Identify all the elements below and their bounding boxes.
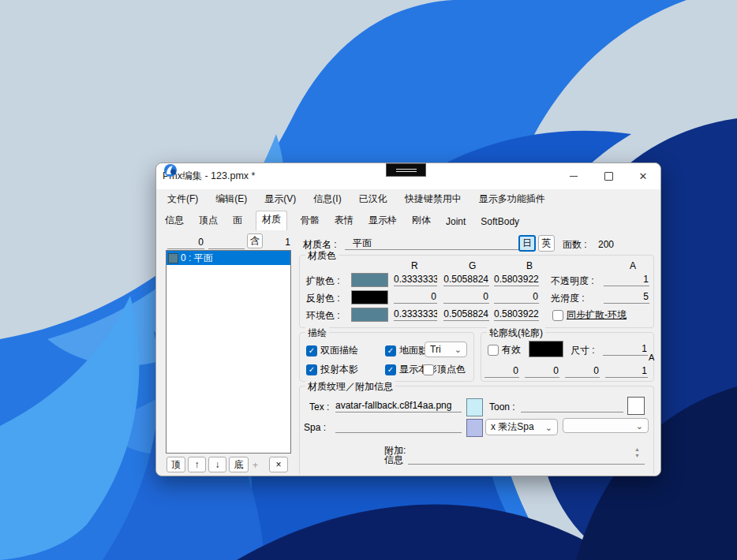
checkbox-unchecked-icon <box>552 310 563 321</box>
material-color-group: 材质色 R G B A 扩散色 : 0.3333333 0.5058824 0.… <box>299 255 654 328</box>
outline-size-field[interactable]: 1 <box>603 342 648 356</box>
spa-preview-swatch[interactable] <box>466 419 483 437</box>
material-name-label: 材质名 : <box>303 239 337 250</box>
checkbox-checked-icon: ✓ <box>306 364 317 375</box>
gloss-label: 光滑度 : <box>551 293 585 304</box>
outline-group: 轮廓线(轮廓) 有效 尺寸 : 1 A 0 0 0 1 <box>481 332 654 382</box>
move-up-button[interactable]: ↑ <box>188 457 206 472</box>
ground-shadow-mode-dropdown[interactable]: Tri ⌄ <box>425 342 467 357</box>
specular-b-field[interactable]: 0 <box>494 290 539 304</box>
diffuse-color-swatch[interactable] <box>351 273 388 287</box>
menu-plugins[interactable]: 显示多功能插件 <box>479 192 545 206</box>
spa-field[interactable] <box>335 420 462 433</box>
move-bottom-button[interactable]: 底 <box>229 457 249 472</box>
memo-scroll-spinner[interactable]: ▲ ▼ <box>634 446 640 458</box>
outline-b-field[interactable]: 0 <box>565 364 600 378</box>
tex-label: Tex : <box>309 401 329 413</box>
outline-a-field[interactable]: 1 <box>605 364 648 378</box>
ambient-b-field[interactable]: 0.5803922 <box>494 308 539 321</box>
material-filter-field[interactable] <box>208 236 245 249</box>
tex-preview-swatch[interactable] <box>466 398 483 416</box>
menu-file[interactable]: 文件(F) <box>167 192 198 206</box>
add-material-button[interactable]: + <box>253 460 258 471</box>
collapsed-window-line <box>396 169 417 170</box>
opacity-label: 不透明度 : <box>551 275 594 286</box>
minimize-button[interactable] <box>556 163 591 189</box>
cast-shadow-checkbox[interactable]: ✓ 投射本影 <box>306 363 358 376</box>
maximize-icon <box>604 172 613 181</box>
ambient-label: 环境色 : <box>306 310 340 321</box>
chevron-down-icon: ⌄ <box>636 422 643 430</box>
specular-color-swatch[interactable] <box>351 290 388 304</box>
face-count-label: 面数 : <box>563 239 587 250</box>
tab-face[interactable]: 面 <box>231 211 244 230</box>
toon-select-dropdown[interactable]: ⌄ <box>563 418 649 433</box>
move-top-button[interactable]: 顶 <box>166 457 185 472</box>
diffuse-g-field[interactable]: 0.5058824 <box>443 273 489 286</box>
menu-localized[interactable]: 已汉化 <box>359 192 387 206</box>
material-index-field[interactable]: 0 <box>167 236 204 249</box>
toon-label: Toon : <box>489 401 515 413</box>
tab-vertex[interactable]: 顶点 <box>197 211 219 230</box>
ambient-r-field[interactable]: 0.3333333 <box>394 308 437 321</box>
menu-edit[interactable]: 编辑(E) <box>215 192 247 206</box>
material-name-field[interactable]: 平面 <box>345 237 526 250</box>
menu-hotkeys-disabled[interactable]: 快捷键禁用中 <box>405 192 462 206</box>
close-button[interactable]: ✕ <box>626 163 660 189</box>
sync-diffuse-ambient-label: 同步扩散-环境 <box>567 308 627 322</box>
outline-r-field[interactable]: 0 <box>484 364 519 378</box>
toon-preview-swatch[interactable] <box>627 397 645 415</box>
outline-enable-label: 有效 <box>502 343 521 357</box>
maximize-button[interactable] <box>591 163 626 189</box>
sync-diffuse-ambient-checkbox[interactable]: 同步扩散-环境 <box>552 308 627 322</box>
vertex-color-checkbox[interactable]: 顶点色 <box>423 363 466 376</box>
tab-bone[interactable]: 骨骼 <box>299 211 321 230</box>
spinner-up-icon: ▲ <box>634 446 640 452</box>
spa-mode-dropdown[interactable]: x 乘法Spa ⌄ <box>485 419 558 435</box>
outline-color-swatch[interactable] <box>529 341 563 357</box>
ground-shadow-checkbox[interactable]: ✓ 地面影 <box>385 344 428 357</box>
tab-joint[interactable]: Joint <box>444 214 467 230</box>
column-header-a: A <box>630 260 636 271</box>
contains-button[interactable]: 含 <box>247 233 263 248</box>
tab-rigidbody[interactable]: 刚体 <box>410 211 432 230</box>
tab-morph[interactable]: 表情 <box>333 211 355 230</box>
lang-en-button[interactable]: 英 <box>538 235 555 252</box>
tab-frame[interactable]: 显示枠 <box>367 211 398 230</box>
spa-label: Spa : <box>304 422 326 433</box>
diffuse-b-field[interactable]: 0.5803922 <box>494 273 539 286</box>
material-list[interactable]: 0 : 平面 <box>166 250 291 454</box>
menu-info[interactable]: 信息(I) <box>313 192 341 206</box>
ground-shadow-mode-value: Tri <box>430 344 441 355</box>
material-list-item-selected[interactable]: 0 : 平面 <box>166 251 290 265</box>
lang-jp-button[interactable]: 日 <box>518 235 536 252</box>
collapsed-window-line <box>396 171 417 172</box>
tex-field[interactable]: avatar-fallback.c8f14aa.png <box>335 399 462 413</box>
double-sided-checkbox[interactable]: ✓ 双面描绘 <box>306 344 358 357</box>
tab-material[interactable]: 材质 <box>256 211 287 230</box>
memo-field[interactable] <box>408 451 645 465</box>
vertex-color-label: 顶点色 <box>437 363 466 376</box>
outline-enable-checkbox[interactable]: 有效 <box>488 343 521 357</box>
ambient-g-field[interactable]: 0.5058824 <box>443 308 489 321</box>
tab-info[interactable]: 信息 <box>163 211 185 230</box>
tab-softbody[interactable]: SoftBody <box>479 214 521 230</box>
close-icon: ✕ <box>639 171 648 181</box>
outline-g-field[interactable]: 0 <box>525 364 559 378</box>
opacity-field[interactable]: 1 <box>604 273 649 286</box>
chevron-down-icon: ⌄ <box>545 424 552 431</box>
gloss-field[interactable]: 5 <box>604 290 649 304</box>
specular-r-field[interactable]: 0 <box>394 290 437 304</box>
collapsed-view-window[interactable] <box>386 163 426 177</box>
checkbox-checked-icon: ✓ <box>306 345 317 357</box>
move-down-button[interactable]: ↓ <box>208 457 226 472</box>
delete-material-button[interactable]: × <box>269 457 288 472</box>
pmx-editor-window: Pmx编集 - 123.pmx * ✕ 文件(F) 编辑(E) 显示(V) 信息… <box>155 162 661 476</box>
ambient-color-swatch[interactable] <box>351 308 388 322</box>
diffuse-r-field[interactable]: 0.3333333 <box>394 273 437 286</box>
checkbox-checked-icon: ✓ <box>385 364 396 375</box>
draw-group-title: 描绘 <box>305 327 329 340</box>
specular-g-field[interactable]: 0 <box>443 290 489 304</box>
toon-field[interactable] <box>521 399 623 413</box>
menu-view[interactable]: 显示(V) <box>264 192 296 206</box>
